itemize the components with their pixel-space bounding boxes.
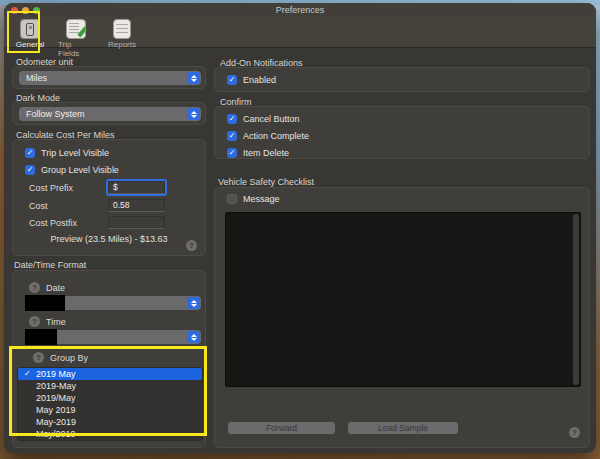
group-by-list: ✓ 2019 May 2019-May 2019/May May 2019 Ma… [17,367,203,441]
vehicle-safety-checklist-group: Message Forward Load Sample ? [214,187,590,448]
group-by-option[interactable]: May/2019 [18,428,202,440]
checkmark-icon: ✓ [24,370,31,378]
forward-button[interactable]: Forward [228,422,335,434]
zoom-window-button[interactable] [33,7,40,14]
datetime-format-group: ? Date ? Time ? Group By ✓ 2019 May 2019… [12,270,206,448]
odometer-unit-group: Miles [12,66,206,89]
enabled-label: Enabled [243,75,276,85]
help-icon[interactable]: ? [29,282,40,293]
item-delete-checkbox[interactable]: ✓ [227,148,237,158]
message-checkbox[interactable] [227,194,237,204]
date-redaction [25,295,65,311]
window-title: Preferences [276,5,325,15]
cost-field[interactable]: 0.58 [108,199,165,212]
tab-reports[interactable]: Reports [104,19,140,49]
general-icon [20,19,40,39]
cost-preview-text: Preview (23.5 Miles) - $13.63 [13,234,205,244]
reports-icon [113,19,131,39]
help-icon[interactable]: ? [33,352,44,363]
group-level-visible-checkbox[interactable]: ✓ [25,165,35,175]
cost-label: Cost [29,201,48,211]
help-icon[interactable]: ? [29,316,40,327]
item-delete-label: Item Delete [243,148,289,158]
chevron-updown-icon [187,331,200,343]
group-by-option[interactable]: May-2019 [18,416,202,428]
item-delete-row: ✓ Item Delete [227,148,289,158]
enabled-row: ✓ Enabled [227,75,276,85]
calculate-cost-group: ✓ Trip Level Visible ✓ Group Level Visib… [12,139,206,256]
tab-general[interactable]: General [12,19,48,49]
action-complete-label: Action Complete [243,131,309,141]
checklist-textarea[interactable] [225,212,581,387]
dark-mode-group: Follow System [12,102,206,125]
dark-mode-value: Follow System [26,107,85,121]
vehicle-safety-checklist-label: Vehicle Safety Checklist [218,177,314,187]
close-window-button[interactable] [11,7,18,14]
preferences-content: Odometer unit Miles Dark Mode Follow Sys… [4,48,596,452]
action-complete-checkbox[interactable]: ✓ [227,131,237,141]
cancel-button-checkbox[interactable]: ✓ [227,114,237,124]
trip-fields-icon [66,19,86,39]
preferences-window: Preferences General Trip Fields Reports … [4,3,596,453]
minimize-window-button[interactable] [22,7,29,14]
help-icon[interactable]: ? [569,427,580,438]
group-by-label: Group By [50,353,88,363]
odometer-unit-select[interactable]: Miles [19,71,201,85]
confirm-group: ✓ Cancel Button ✓ Action Complete ✓ Item… [214,106,590,159]
cost-prefix-field[interactable]: $ [108,181,165,194]
trip-level-visible-checkbox[interactable]: ✓ [25,148,35,158]
window-controls [11,7,40,14]
group-by-option[interactable]: ✓ 2019 May [18,368,202,380]
enabled-checkbox[interactable]: ✓ [227,75,237,85]
group-by-option[interactable]: May 2019 [18,404,202,416]
cost-postfix-field[interactable] [108,216,165,229]
group-by-option[interactable]: 2019-May [18,380,202,392]
date-label: Date [46,283,65,293]
addon-notifications-group: ✓ Enabled [214,67,590,92]
time-format-select[interactable] [27,330,201,344]
trip-level-visible-label: Trip Level Visible [41,148,109,158]
group-level-visible-row: ✓ Group Level Visible [25,165,119,175]
cancel-button-label: Cancel Button [243,114,300,124]
cost-prefix-label: Cost Prefix [29,183,73,193]
cost-postfix-label: Cost Postfix [29,218,77,228]
message-label: Message [243,194,280,204]
chevron-updown-icon [187,297,200,309]
time-label: Time [46,317,66,327]
load-sample-button[interactable]: Load Sample [348,422,458,434]
group-by-option[interactable]: 2019/May [18,392,202,404]
message-row: Message [227,194,280,204]
date-format-select[interactable] [27,296,201,310]
datetime-format-label: Date/Time Format [14,260,86,270]
chevron-updown-icon [187,108,200,120]
action-complete-row: ✓ Action Complete [227,131,309,141]
dark-mode-select[interactable]: Follow System [19,107,201,121]
cancel-button-row: ✓ Cancel Button [227,114,300,124]
group-level-visible-label: Group Level Visible [41,165,119,175]
odometer-unit-value: Miles [26,71,47,85]
help-icon[interactable]: ? [186,240,197,251]
preferences-toolbar: General Trip Fields Reports [4,17,596,48]
time-redaction [25,329,57,345]
title-bar[interactable]: Preferences [4,3,596,17]
chevron-updown-icon [187,72,200,84]
trip-level-visible-row: ✓ Trip Level Visible [25,148,109,158]
textarea-scrollbar[interactable] [573,214,579,385]
